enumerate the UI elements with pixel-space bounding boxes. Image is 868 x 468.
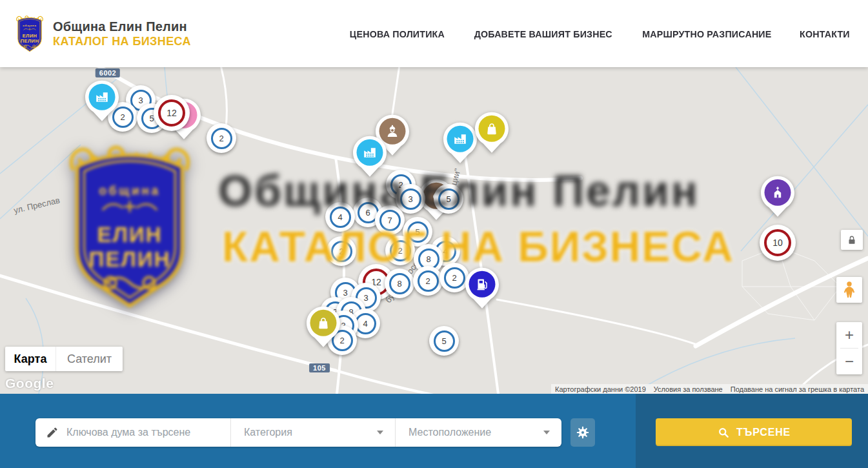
search-button[interactable]: ТЪРСЕНЕ [656,418,852,446]
category-select[interactable]: Категория [230,418,395,447]
pegman-icon [841,280,858,300]
search-group: Категория Местоположение [35,418,561,447]
factory-pin-marker[interactable] [352,136,387,178]
gear-icon [576,425,590,440]
nav-item-contacts[interactable]: КОНТАКТИ [800,28,850,39]
cluster-marker[interactable]: 2 [327,236,356,266]
factory-pin-marker[interactable] [85,80,119,123]
keyword-search-input[interactable] [66,427,215,438]
cluster-count: 7 [379,210,401,231]
advanced-settings-button[interactable] [570,418,595,447]
cluster-count: 2 [211,128,232,149]
pencil-icon [46,426,59,439]
road-number-label: 105 [309,363,330,372]
cluster-marker[interactable]: 2 [413,266,443,296]
google-logo[interactable]: Google [5,376,54,391]
cluster-marker[interactable]: 2 [385,236,415,265]
cluster-count: 5 [438,188,459,210]
location-select[interactable]: Местоположение [395,418,561,447]
site-header: Община Елин Пелин КАТАЛОГ НА БИЗНЕСА ЦЕН… [0,0,868,67]
cluster-count: 4 [330,207,351,228]
cluster-marker[interactable]: 7 [375,205,405,235]
category-select-label: Категория [244,427,292,438]
terms-of-use-link[interactable]: Условия за ползване [654,385,723,393]
lock-control-button[interactable] [841,230,863,250]
location-select-label: Местоположение [409,427,491,438]
search-button-label: ТЪРСЕНЕ [736,427,791,438]
nav-item-bus-schedule[interactable]: МАРШРУТНО РАЗПИСАНИЕ [643,28,772,39]
chevron-down-icon [543,431,550,434]
pegman-control[interactable] [836,277,862,303]
search-icon [717,426,730,439]
attribution-copyright: Картографски данни ©2019 [555,385,646,393]
cluster-count: 2 [331,241,352,262]
cluster-count: 2 [418,270,439,292]
bag-pin-marker[interactable] [474,112,509,154]
zoom-out-button[interactable]: − [836,349,862,374]
map-type-satellite-button[interactable]: Сателит [56,347,123,371]
cluster-count: 2 [444,267,465,289]
nav-item-pricing[interactable]: ЦЕНОВА ПОЛИТИКА [350,28,445,39]
cluster-count: 5 [434,331,455,352]
cluster-marker[interactable]: 12 [154,95,190,131]
lock-icon [846,234,858,246]
cluster-marker[interactable]: 2 [207,123,236,153]
main-nav: ЦЕНОВА ПОЛИТИКА ДОБАВЕТЕ ВАШИЯТ БИЗНЕС М… [347,28,851,39]
cluster-marker[interactable]: 4 [325,202,355,232]
zoom-control: + − [836,322,862,374]
google-map[interactable]: 6002105ул. Преславбул. „Новоселции” 3251… [0,67,868,394]
factory-pin-marker[interactable] [443,122,478,165]
road-number-label: 6002 [96,68,120,77]
bag-pin-marker[interactable] [306,306,341,349]
cluster-count: 2 [390,240,411,261]
zoom-in-button[interactable]: + [836,322,862,348]
report-map-error-link[interactable]: Подаване на сигнал за грешка в картата [731,385,864,393]
cluster-marker[interactable]: 10 [760,225,796,261]
site-logo[interactable]: Община Елин Пелин КАТАЛОГ НА БИЗНЕСА [14,14,191,53]
search-panel: Категория Местоположение ТЪРСЕНЕ [0,394,868,468]
cluster-marker[interactable]: 5 [434,184,463,214]
site-subtitle: КАТАЛОГ НА БИЗНЕСА [53,35,191,48]
municipality-crest-icon [14,14,45,53]
fuel-pin-marker[interactable] [465,267,500,310]
cluster-count: 8 [389,273,410,294]
church-pin-marker[interactable] [760,176,795,218]
cluster-count: 12 [158,99,185,127]
cluster-marker[interactable]: 5 [429,326,459,356]
map-type-control: Карта Сателит [5,347,123,371]
keyword-field-wrap [35,418,230,447]
chevron-down-icon [377,431,383,434]
map-type-map-button[interactable]: Карта [5,347,56,371]
nav-item-add-business[interactable]: ДОБАВЕТЕ ВАШИЯТ БИЗНЕС [474,28,612,39]
site-title: Община Елин Пелин [53,19,191,34]
cluster-marker[interactable]: 8 [385,269,414,298]
cluster-count: 10 [764,229,791,256]
cluster-count: 3 [400,188,421,210]
map-attribution: Картографски данни ©2019 Условия за полз… [551,384,868,394]
